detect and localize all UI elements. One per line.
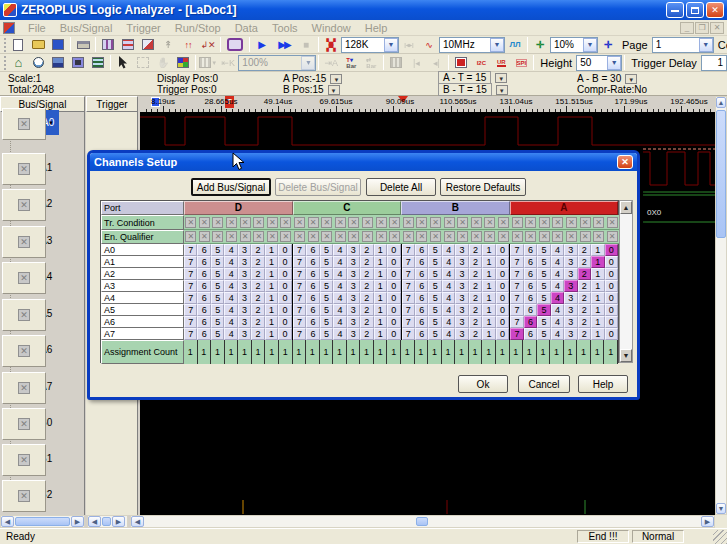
bit-cell[interactable]: 0	[278, 304, 291, 316]
condition-dont-care-cell[interactable]: ✕	[525, 231, 536, 242]
bit-cell[interactable]: 7	[402, 244, 415, 256]
zoom-fit-button[interactable]: ✛	[530, 37, 550, 53]
chevron-down-icon[interactable]: ▼	[625, 74, 637, 84]
bit-cell[interactable]: 2	[469, 268, 482, 280]
bit-cell[interactable]: 1	[374, 280, 387, 292]
bit-cell[interactable]: 1	[265, 316, 278, 328]
bit-cell[interactable]: 4	[442, 280, 455, 292]
trigger-cell-a2[interactable]: ✕	[2, 189, 46, 221]
menu-trigger[interactable]: Trigger	[119, 21, 167, 35]
bit-cell[interactable]: 3	[238, 256, 251, 268]
goto-page-button[interactable]: ✛	[598, 37, 618, 53]
bit-cell[interactable]: 3	[238, 304, 251, 316]
bit-cell[interactable]: 7	[510, 268, 523, 280]
bit-cell[interactable]: 6	[524, 280, 537, 292]
add-bar-button[interactable]: ⇄Bar	[361, 55, 381, 71]
bit-cell[interactable]: 5	[428, 304, 441, 316]
bit-cell[interactable]: 2	[251, 316, 264, 328]
bit-cell[interactable]: 3	[455, 280, 468, 292]
bit-cell[interactable]: 2	[469, 316, 482, 328]
condition-dont-care-cell[interactable]: ✕	[484, 231, 495, 242]
t-bar-button[interactable]: T▾Bar	[341, 55, 361, 71]
condition-dont-care-cell[interactable]: ✕	[321, 217, 332, 228]
print-button[interactable]	[73, 37, 93, 53]
marquee-tool-button[interactable]	[133, 55, 153, 71]
condition-dont-care-cell[interactable]: ✕	[253, 217, 264, 228]
menu-runstop[interactable]: Run/Stop	[168, 21, 228, 35]
condition-dont-care-cell[interactable]: ✕	[471, 231, 482, 242]
bit-cell[interactable]: 6	[306, 316, 319, 328]
bit-cell[interactable]: 2	[360, 268, 373, 280]
bit-cell[interactable]: 7	[184, 292, 197, 304]
bit-cell[interactable]: 3	[347, 292, 360, 304]
bit-cell[interactable]: 4	[333, 244, 346, 256]
bit-cell[interactable]: 7	[402, 304, 415, 316]
bit-cell[interactable]: 3	[564, 328, 577, 340]
bit-cell[interactable]: 1	[265, 304, 278, 316]
bit-cell[interactable]: 0	[605, 280, 618, 292]
bit-cell[interactable]: 7	[402, 292, 415, 304]
bit-cell[interactable]: 4	[224, 292, 237, 304]
new-file-button[interactable]	[8, 37, 28, 53]
delete-all-button[interactable]: Delete All	[366, 178, 436, 196]
condition-dont-care-cell[interactable]: ✕	[498, 231, 509, 242]
condition-dont-care-cell[interactable]: ✕	[566, 231, 577, 242]
list-view-button[interactable]	[88, 55, 108, 71]
bit-cell[interactable]: 0	[278, 244, 291, 256]
add-bus-signal-button[interactable]: Add Bus/Signal	[191, 178, 271, 196]
bit-cell[interactable]: 4	[442, 256, 455, 268]
document-icon[interactable]	[3, 22, 15, 34]
bit-cell[interactable]: 7	[402, 256, 415, 268]
bit-cell[interactable]: 5	[211, 244, 224, 256]
delete-bus-signal-button[interactable]: Delete Bus/Signal	[275, 178, 361, 196]
bit-cell[interactable]: 1	[374, 268, 387, 280]
condition-dont-care-cell[interactable]: ✕	[471, 217, 482, 228]
bit-cell[interactable]: 5	[211, 304, 224, 316]
condition-dont-care-cell[interactable]: ✕	[580, 231, 591, 242]
condition-dont-care-cell[interactable]: ✕	[185, 217, 196, 228]
vertical-scrollbar[interactable]: ▲ ▼	[715, 96, 727, 515]
bit-cell[interactable]: 3	[347, 256, 360, 268]
bit-cell[interactable]: 2	[578, 244, 591, 256]
condition-dont-care-cell[interactable]: ✕	[212, 231, 223, 242]
condition-dont-care-cell[interactable]: ✕	[403, 217, 414, 228]
scroll-right-icon[interactable]: ▶	[701, 516, 714, 527]
scrollbar-thumb[interactable]	[716, 110, 726, 238]
bit-cell[interactable]: 0	[605, 292, 618, 304]
bit-cell[interactable]: 2	[469, 292, 482, 304]
bit-cell[interactable]: 3	[238, 316, 251, 328]
bit-cell[interactable]: 5	[211, 328, 224, 340]
bit-cell[interactable]: 6	[197, 256, 210, 268]
bit-cell[interactable]: 5	[211, 256, 224, 268]
condition-dont-care-cell[interactable]: ✕	[552, 217, 563, 228]
bit-cell[interactable]: 6	[306, 304, 319, 316]
bit-cell[interactable]: 5	[211, 268, 224, 280]
bit-cell[interactable]: 3	[347, 316, 360, 328]
scroll-up-icon[interactable]: ▲	[716, 97, 726, 108]
bit-cell[interactable]: 0	[387, 280, 400, 292]
toolbar-grip[interactable]	[4, 56, 6, 70]
condition-dont-care-cell[interactable]: ✕	[444, 231, 455, 242]
scrollbar-thumb[interactable]	[15, 517, 70, 526]
bus-trigger-button[interactable]	[98, 37, 118, 53]
bit-cell[interactable]: 7	[293, 268, 306, 280]
bit-cell[interactable]: 6	[524, 256, 537, 268]
bit-cell[interactable]: 0	[278, 268, 291, 280]
bit-cell[interactable]: 4	[224, 304, 237, 316]
bit-cell[interactable]: 1	[591, 268, 604, 280]
memory-depth-button[interactable]: ▚▞▞▚	[321, 37, 341, 53]
bit-cell[interactable]: 5	[320, 268, 333, 280]
bit-cell[interactable]: 1	[265, 292, 278, 304]
bit-cell[interactable]: 6	[197, 280, 210, 292]
bit-cell[interactable]: 7	[510, 304, 523, 316]
condition-dont-care-cell[interactable]: ✕	[403, 231, 414, 242]
scrollbar-thumb[interactable]	[102, 517, 111, 526]
bit-cell[interactable]: 1	[482, 304, 495, 316]
bit-cell[interactable]: 4	[551, 280, 564, 292]
bit-cell[interactable]: 0	[496, 268, 509, 280]
condition-dont-care-cell[interactable]: ✕	[498, 217, 509, 228]
condition-dont-care-cell[interactable]: ✕	[416, 231, 427, 242]
condition-dont-care-cell[interactable]: ✕	[280, 231, 291, 242]
home-button[interactable]: ⌂	[8, 55, 28, 71]
scroll-down-icon[interactable]: ▼	[620, 349, 632, 362]
